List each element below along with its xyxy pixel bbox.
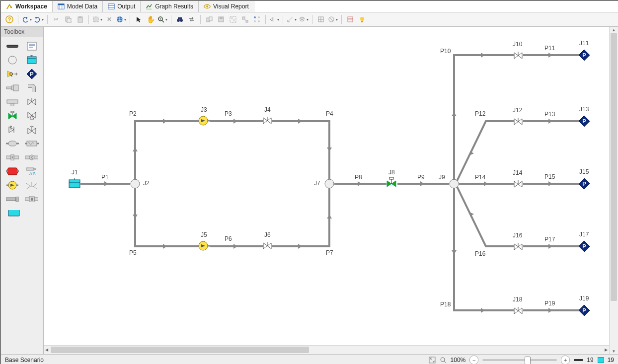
junction-valve[interactable] [513,51,523,61]
horizontal-scrollbar[interactable]: ◀ ▶ [44,345,609,354]
tool-tank[interactable] [4,207,40,219]
tool-relief-valve[interactable] [23,124,41,136]
tool-venturi[interactable] [23,179,41,191]
control-valve-icon [7,111,17,120]
tool-pump[interactable] [4,179,21,191]
reverse-button[interactable] [186,14,197,25]
duplicate-button[interactable] [204,14,215,25]
tab-workspace[interactable]: Workspace [1,1,53,12]
junction-assigned-pressure[interactable]: P [578,304,590,316]
tab-model-data[interactable]: Model Data [53,1,103,12]
scale-button[interactable] [286,14,297,25]
tool-compressor[interactable] [4,165,21,177]
layers-button[interactable] [298,14,309,25]
svg-rect-92 [26,168,33,170]
junction-pump[interactable] [197,115,210,126]
junction-assigned-pressure[interactable]: P [578,240,590,252]
tool-area-change[interactable] [4,82,21,94]
junction-label: J17 [579,231,589,238]
zoom-slider[interactable] [482,359,557,361]
properties-button[interactable] [345,14,356,25]
tool-valve[interactable] [23,96,41,108]
tab-visual-report[interactable]: Visual Report [199,1,254,12]
svg-rect-16 [93,17,98,22]
junction-valve[interactable] [513,179,523,189]
workspace-canvas[interactable]: J1 P1 J2 P2 J3 [44,27,609,345]
pipe-label: P13 [544,111,555,118]
tab-graph[interactable]: Graph Results [141,1,199,12]
fit-icon[interactable] [429,357,436,364]
pointer-tool[interactable] [133,14,144,25]
group-button[interactable] [228,14,238,25]
zoom-out-button[interactable]: − [469,356,478,364]
morph-button[interactable] [239,14,250,25]
find-button[interactable] [174,14,185,25]
flip-h-button[interactable] [269,14,280,25]
svg-point-9 [206,5,208,7]
workspace-icon [6,3,13,10]
save-view-button[interactable] [216,14,227,25]
tool-spray[interactable] [23,165,41,177]
svg-rect-72 [11,111,14,113]
align-button[interactable] [251,14,262,25]
junction-assigned-pressure[interactable]: P [578,49,590,61]
pan-tool[interactable]: ✋ [145,14,156,25]
tool-heat-exchanger[interactable] [23,138,41,149]
junction-assigned-pressure[interactable]: P [578,178,590,190]
toolbox-grid: Q P [1,37,43,222]
globe-button[interactable] [116,14,127,25]
magnifier-icon[interactable] [440,357,447,364]
tool-control-valve[interactable] [4,110,21,122]
undo-icon [22,16,29,23]
junction-branch[interactable] [130,179,140,189]
tool-three-way-valve[interactable] [23,110,41,122]
scroll-thumb[interactable] [51,347,309,353]
svg-line-20 [162,20,164,22]
junction-valve[interactable] [262,241,272,251]
junction-assigned-pressure[interactable]: P [578,115,590,127]
tool-annotation[interactable] [23,40,41,52]
toolbox-panel: Toolbox Q P [1,27,44,354]
paste-button[interactable] [75,14,85,25]
scroll-thumb[interactable] [611,33,617,301]
tool-bend[interactable] [23,82,41,94]
properties-icon [347,16,354,23]
cut-button[interactable]: ✂ [51,14,62,25]
tool-general[interactable] [4,138,21,149]
tool-orifice[interactable] [4,151,21,163]
slider-knob[interactable] [525,357,531,364]
show-hide-button[interactable] [327,14,338,25]
vertical-scrollbar[interactable]: ▲ ▼ [609,27,618,354]
tip-button[interactable] [357,14,368,25]
valve-icon [27,98,37,106]
junction-valve[interactable] [513,242,523,252]
tool-tee[interactable] [4,96,21,108]
junction-control-valve[interactable] [386,177,397,189]
tool-separator[interactable] [23,193,41,205]
undo-button[interactable] [21,14,32,25]
junction-valve[interactable] [262,116,272,126]
zoom-in-button[interactable]: + [561,356,570,364]
tool-screen[interactable] [23,151,41,163]
tool-check-valve[interactable] [4,124,21,136]
zoom-tool[interactable] [157,14,168,25]
select-special-button[interactable] [92,14,103,25]
junction-branch[interactable] [449,179,459,189]
tool-branch[interactable] [4,54,21,66]
junction-valve[interactable] [513,306,523,316]
copy-button[interactable] [63,14,74,25]
tool-assigned-pressure[interactable]: P [23,68,41,80]
tool-assigned-flow[interactable]: Q [4,68,21,80]
junction-reservoir[interactable] [69,178,80,189]
junction-branch[interactable] [324,179,334,189]
redo-button[interactable] [33,14,44,25]
help-button[interactable]: ? [4,14,15,25]
delete-button[interactable]: ✕ [104,14,115,25]
junction-pump[interactable] [197,240,210,251]
junction-valve[interactable] [513,117,523,127]
tool-pipe[interactable] [4,40,21,52]
tab-output[interactable]: Output [103,1,141,12]
tool-dead-end[interactable] [4,193,21,205]
tool-reservoir[interactable] [23,54,41,66]
lock-button[interactable] [315,14,326,25]
